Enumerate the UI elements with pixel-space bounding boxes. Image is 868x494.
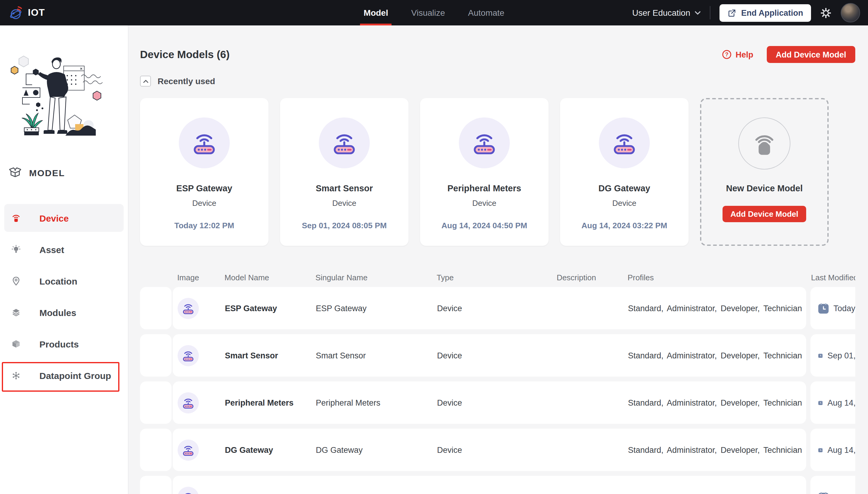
sidebar: MODEL Device Asset Location bbox=[0, 25, 128, 494]
model-card-type: Device bbox=[472, 198, 496, 208]
model-card-date: Sep 01, 2024 08:05 PM bbox=[302, 221, 387, 230]
model-card-date: Today 12:02 PM bbox=[174, 221, 234, 230]
router-icon bbox=[181, 301, 195, 315]
workspace-selector[interactable]: User Education bbox=[632, 8, 700, 18]
router-icon bbox=[181, 396, 195, 410]
sidebar-illustration bbox=[10, 56, 110, 137]
cell-singular-name: ESP Gateway bbox=[316, 304, 437, 313]
model-card-name: DG Gateway bbox=[599, 184, 650, 193]
model-image-badge bbox=[459, 117, 510, 168]
add-device-model-button[interactable]: Add Device Model bbox=[766, 46, 855, 63]
help-link[interactable]: ? Help bbox=[722, 50, 754, 59]
sidebar-item-products[interactable]: Products bbox=[4, 330, 124, 358]
app-window: IOT Model Visualize Automate User Educat… bbox=[0, 0, 868, 494]
table-row[interactable] bbox=[140, 476, 855, 494]
model-card-name: Peripheral Meters bbox=[447, 184, 521, 193]
modules-icon bbox=[11, 307, 21, 318]
router-icon bbox=[330, 129, 358, 157]
sidebar-item-datapoint-group[interactable]: Datapoint Group bbox=[4, 361, 124, 389]
model-card[interactable]: Smart Sensor Device Sep 01, 2024 08:05 P… bbox=[280, 98, 409, 246]
tab-visualize[interactable]: Visualize bbox=[411, 0, 445, 25]
column-singular-name: Singular Name bbox=[315, 273, 437, 282]
model-card[interactable]: ESP Gateway Device Today 12:02 PM bbox=[140, 98, 269, 246]
table-row[interactable]: ESP Gateway ESP Gateway Device Standard,… bbox=[140, 287, 855, 329]
model-image-badge bbox=[178, 487, 199, 494]
model-card[interactable]: Peripheral Meters Device Aug 14, 2024 04… bbox=[420, 98, 548, 246]
top-navbar: IOT Model Visualize Automate User Educat… bbox=[0, 0, 868, 25]
collapse-toggle-button[interactable] bbox=[140, 76, 151, 87]
model-image-badge bbox=[178, 439, 199, 460]
cell-model-name: ESP Gateway bbox=[225, 304, 316, 313]
cell-profiles: Standard, Administrator, Developer, Tech… bbox=[628, 304, 806, 313]
model-box-icon bbox=[8, 166, 22, 179]
row-stub[interactable] bbox=[140, 381, 171, 424]
cell-type: Device bbox=[437, 445, 557, 454]
cell-singular-name: Peripheral Meters bbox=[316, 398, 437, 407]
model-card-date: Aug 14, 2024 03:22 PM bbox=[582, 221, 667, 230]
main-content: Device Models (6) ? Help Add Device Mode… bbox=[128, 25, 868, 494]
router-icon bbox=[181, 443, 195, 457]
column-model-name: Model Name bbox=[224, 273, 315, 282]
wifi-device-gray-icon bbox=[752, 131, 777, 156]
new-model-title: New Device Model bbox=[726, 184, 802, 193]
cell-profiles: Standard, Administrator, Developer, Tech… bbox=[628, 398, 806, 407]
recently-used-label: Recently used bbox=[158, 76, 215, 86]
column-last-modified: Last Modified bbox=[802, 273, 855, 282]
model-image-badge bbox=[178, 345, 199, 366]
cell-singular-name: Smart Sensor bbox=[316, 351, 437, 360]
model-card-type: Device bbox=[612, 198, 636, 208]
cell-last-modified: Aug 14, 2024 03:22 PM bbox=[827, 445, 855, 454]
iot-logo-icon bbox=[9, 5, 23, 20]
nav-tabs: Model Visualize Automate bbox=[364, 0, 504, 25]
router-icon bbox=[181, 348, 195, 362]
sidebar-item-location[interactable]: Location bbox=[4, 267, 124, 295]
cell-type: Device bbox=[437, 351, 557, 360]
table-row[interactable]: Peripheral Meters Peripheral Meters Devi… bbox=[140, 381, 855, 424]
end-application-button[interactable]: End Application bbox=[720, 4, 811, 21]
cell-last-modified: Today 12:02 PM bbox=[833, 304, 855, 313]
cell-profiles: Standard, Administrator, Developer, Tech… bbox=[628, 445, 806, 454]
device-icon bbox=[11, 212, 21, 224]
new-device-model-card[interactable]: New Device Model Add Device Model bbox=[700, 98, 829, 246]
cell-last-modified: Aug 14, 2024 04:50 PM bbox=[827, 398, 855, 407]
row-stub[interactable] bbox=[140, 429, 171, 471]
sidebar-item-modules[interactable]: Modules bbox=[4, 299, 124, 326]
chevron-down-icon bbox=[695, 11, 701, 15]
column-type: Type bbox=[437, 273, 557, 282]
tab-model[interactable]: Model bbox=[364, 0, 388, 25]
clock-icon bbox=[818, 397, 822, 408]
settings-gear-icon[interactable] bbox=[820, 7, 832, 18]
sidebar-section-label: MODEL bbox=[29, 167, 65, 178]
add-device-model-card-button[interactable]: Add Device Model bbox=[723, 206, 806, 222]
row-stub[interactable] bbox=[140, 287, 171, 329]
cell-singular-name: DG Gateway bbox=[316, 445, 437, 454]
row-stub[interactable] bbox=[140, 476, 171, 494]
clock-icon bbox=[818, 445, 822, 455]
sidebar-item-asset[interactable]: Asset bbox=[4, 235, 124, 263]
cell-model-name: DG Gateway bbox=[225, 445, 316, 454]
clock-icon bbox=[818, 492, 829, 494]
cell-model-name: Peripheral Meters bbox=[225, 398, 316, 407]
external-link-icon bbox=[727, 8, 737, 17]
model-card[interactable]: DG Gateway Device Aug 14, 2024 03:22 PM bbox=[560, 98, 689, 246]
table-row[interactable]: DG Gateway DG Gateway Device Standard, A… bbox=[140, 429, 855, 471]
row-stub[interactable] bbox=[140, 334, 171, 377]
app-logo[interactable]: IOT bbox=[0, 5, 45, 20]
cell-model-name: Smart Sensor bbox=[225, 351, 316, 360]
router-icon bbox=[470, 129, 498, 157]
model-image-badge bbox=[319, 117, 370, 168]
cell-type: Device bbox=[437, 398, 557, 407]
model-card-name: ESP Gateway bbox=[176, 184, 233, 193]
page-title: Device Models (6) bbox=[140, 48, 722, 61]
tab-automate[interactable]: Automate bbox=[468, 0, 504, 25]
cell-last-modified: Sep 01, 2024 08:05 PM bbox=[827, 351, 855, 360]
sidebar-section-model: MODEL bbox=[8, 166, 65, 179]
workspace-label: User Education bbox=[632, 8, 690, 18]
sidebar-item-device[interactable]: Device bbox=[4, 204, 124, 232]
user-avatar[interactable] bbox=[841, 3, 860, 22]
table-row[interactable]: Smart Sensor Smart Sensor Device Standar… bbox=[140, 334, 855, 377]
datapoint-group-icon bbox=[11, 369, 21, 381]
clock-icon bbox=[818, 350, 822, 361]
products-icon bbox=[11, 338, 21, 349]
sidebar-menu: Device Asset Location Modules Pr bbox=[4, 204, 124, 393]
